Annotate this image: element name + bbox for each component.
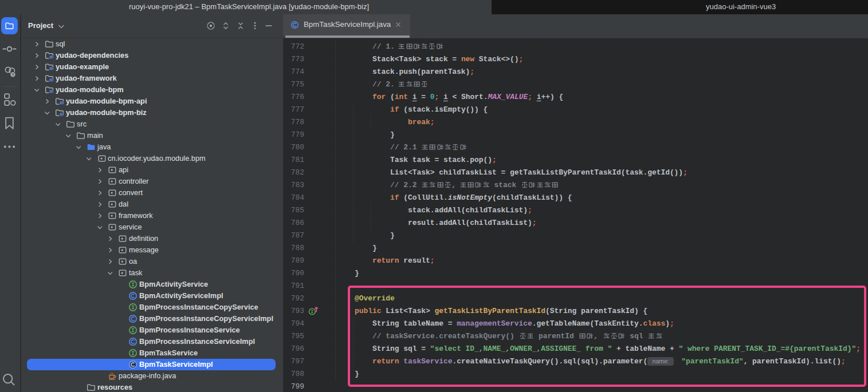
svg-text:?: ? <box>11 72 14 77</box>
